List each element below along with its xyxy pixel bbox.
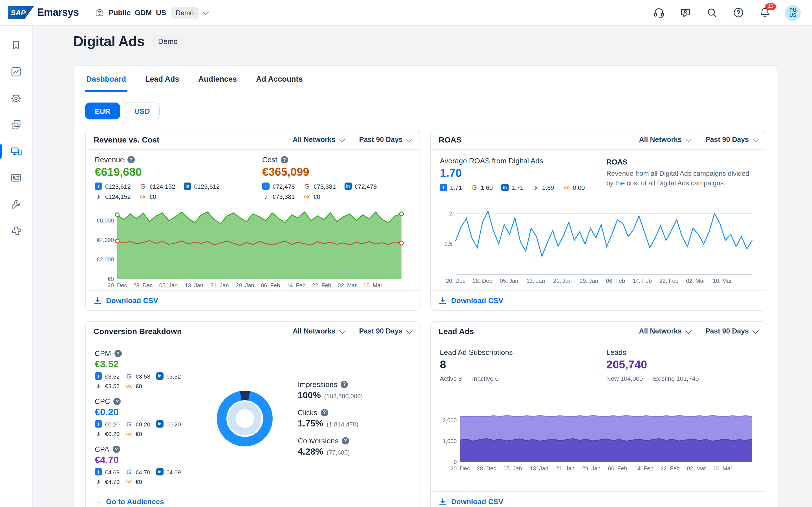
card-header: Revenue vs. Cost All Networks Past 90 Da… [86, 130, 419, 150]
sidebar-item-addons[interactable] [0, 217, 32, 244]
cost-value: €365,099 [262, 166, 410, 179]
puzzle-icon [10, 225, 22, 237]
avatar[interactable]: PU US [785, 5, 801, 20]
conversion-funnel-donut-wrap [200, 349, 290, 487]
download-csv-link[interactable]: Download CSV [439, 497, 503, 506]
chevron-down-icon [685, 136, 692, 142]
svg-text:1.5: 1.5 [444, 241, 452, 247]
stat-value: €3.53 [136, 373, 151, 379]
network-stat: ♪1.69 [532, 184, 554, 191]
date-range-dropdown[interactable]: Past 90 Days [705, 136, 758, 144]
dropdown-label: All Networks [639, 327, 681, 335]
conversions-stat: Conversions? 4.28%(77,685) [298, 436, 410, 457]
currency-eur-button[interactable]: EUR [85, 103, 120, 119]
facebook-icon: f [95, 182, 102, 190]
sidebar-item-tools[interactable] [0, 191, 32, 217]
network-stat: in€72,478 [344, 182, 377, 190]
help-icon[interactable]: ? [342, 437, 349, 444]
conversion-metrics: CPM? €3.52 f€3.52 G€3.53 in€3.52 ♪€3.53 … [95, 349, 192, 487]
tab-audiences[interactable]: Audiences [197, 66, 238, 92]
linkedin-icon: in [156, 420, 163, 428]
date-range-dropdown[interactable]: Past 90 Days [359, 136, 412, 144]
date-range-dropdown[interactable]: Past 90 Days [359, 327, 412, 335]
network-stat: ♪€124,152 [95, 193, 131, 200]
facebook-icon: f [95, 372, 102, 380]
svg-text:2: 2 [449, 210, 452, 217]
sidebar-item-contacts[interactable] [0, 165, 32, 191]
sidebar-item-analytics[interactable] [0, 59, 32, 85]
currency-toggle: EUR USD [74, 93, 777, 119]
sidebar-item-bookmarks[interactable] [0, 32, 32, 59]
stat-value: €124,152 [105, 193, 131, 200]
stat-value: €0 [136, 430, 142, 437]
help-icon[interactable]: ? [114, 398, 121, 405]
search-icon[interactable] [705, 6, 718, 19]
network-stat: in€123,612 [184, 182, 220, 190]
sidebar-item-channels[interactable] [0, 112, 32, 138]
notification-count-badge: 11 [765, 3, 776, 10]
tab-lead-ads[interactable]: Lead Ads [144, 66, 181, 92]
network-filter-dropdown[interactable]: All Networks [639, 327, 691, 335]
account-name: Public_GDM_US [109, 8, 166, 17]
download-csv-link[interactable]: Download CSV [439, 296, 503, 305]
network-stat: cx€0 [303, 193, 320, 200]
cost-column: Cost? €365,099 f€72,478 G€73,381 in€72,4… [253, 156, 410, 202]
sidebar-item-settings[interactable] [0, 85, 32, 112]
feedback-chat-icon[interactable] [679, 6, 691, 19]
help-icon[interactable]: ? [128, 156, 135, 163]
stat-value: 1.71 [511, 184, 523, 191]
download-csv-link[interactable]: Download CSV [94, 296, 158, 305]
date-range-dropdown[interactable]: Past 90 Days [705, 327, 758, 335]
stat-value: €3.52 [105, 373, 120, 379]
svg-text:02. Mar: 02. Mar [687, 465, 706, 471]
notifications-bell-icon[interactable]: 11 [758, 6, 771, 19]
network-filter-dropdown[interactable]: All Networks [293, 327, 344, 335]
cx-icon: cx [125, 478, 133, 485]
cpm-value: €3.52 [95, 359, 192, 370]
help-icon[interactable]: ? [113, 446, 120, 453]
help-icon[interactable]: ? [320, 409, 328, 416]
sap-logo-icon: SAP [8, 6, 34, 19]
help-icon[interactable]: ? [114, 350, 122, 357]
svg-text:€0: €0 [108, 276, 114, 282]
roas-info-panel: ROAS Revenue from all Digital Ads campai… [597, 157, 757, 193]
tiktok-icon: ♪ [95, 478, 102, 485]
stat-value: €124,152 [149, 183, 175, 189]
card-header: ROAS All Networks Past 90 Days [431, 130, 766, 150]
support-headset-icon[interactable] [652, 6, 665, 19]
help-circle-icon[interactable] [732, 6, 744, 19]
linkedin-icon: in [156, 468, 163, 475]
tab-ad-accounts[interactable]: Ad Accounts [255, 66, 304, 92]
chevron-down-icon [753, 136, 759, 142]
network-filter-dropdown[interactable]: All Networks [639, 136, 691, 144]
page-header: Digital Ads Demo [32, 25, 812, 50]
conversion-breakdown-card: Conversion Breakdown All Networks Past 9… [85, 321, 420, 507]
help-icon[interactable]: ? [281, 156, 288, 163]
roas-info-text: Revenue from all Digital Ads campaigns d… [606, 169, 757, 189]
sidebar [0, 25, 33, 507]
help-icon[interactable]: ? [341, 381, 348, 388]
currency-usd-button[interactable]: USD [124, 103, 160, 119]
download-icon [94, 297, 101, 304]
revenue-label: Revenue [95, 156, 124, 164]
dropdown-label: Past 90 Days [359, 327, 403, 335]
tiktok-icon: ♪ [95, 193, 102, 200]
digital-ads-panel: Dashboard Lead Ads Audiences Ad Accounts… [73, 65, 778, 507]
lead-ads-chart-wrap: 01,0002,00020. Dec28. Dec05. Jan13. Jan2… [431, 401, 766, 473]
brand: SAP Emarsys [8, 6, 79, 19]
chevron-down-icon [753, 327, 759, 334]
network-filter-dropdown[interactable]: All Networks [293, 136, 344, 144]
subs-active: Active 8 [440, 375, 462, 382]
sidebar-item-digital-ads[interactable] [0, 138, 32, 165]
stat-value: €0.20 [105, 430, 120, 437]
conversions-label: Conversions [298, 436, 339, 445]
stat-value: €123,612 [194, 183, 220, 189]
account-switcher[interactable]: Public_GDM_US Demo [94, 7, 208, 18]
cx-icon: cx [125, 430, 133, 437]
network-stat: G€124,152 [139, 182, 175, 190]
impressions-count: (103,580,000) [324, 392, 363, 399]
svg-text:14. Feb: 14. Feb [633, 278, 652, 284]
go-to-audiences-link[interactable]: → Go to Audiences [94, 497, 164, 506]
clicks-count: (1,814,470) [327, 420, 359, 427]
tab-dashboard[interactable]: Dashboard [85, 66, 127, 92]
